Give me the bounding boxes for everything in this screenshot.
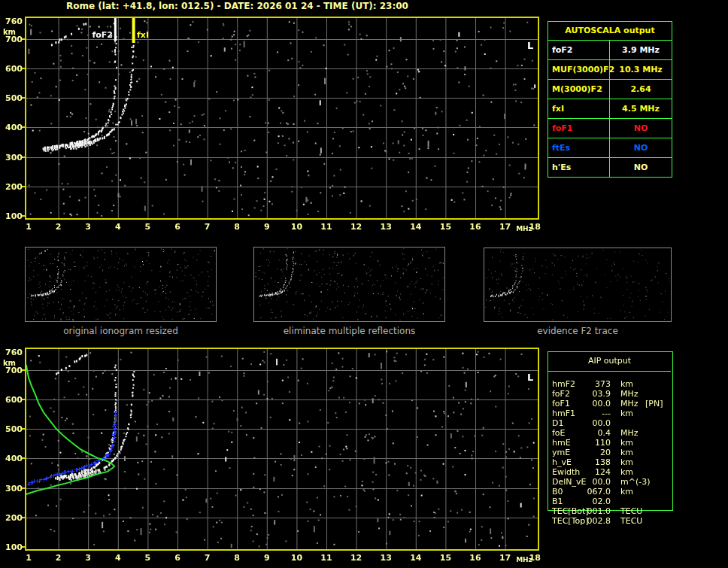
x-axis-tick-label: 6: [168, 222, 187, 232]
aip-value: 00.0: [566, 418, 611, 428]
aip-row-h_vE: h_vE138km: [548, 457, 672, 467]
x-axis-tick-label: 9: [258, 553, 276, 563]
x-axis-tick-label: 11: [317, 553, 335, 563]
aip-value: 00.0: [566, 477, 611, 487]
autoscala-row-h'Es: h'EsNO: [548, 158, 672, 177]
aip-unit: MHz: [620, 389, 639, 399]
x-axis-tick-label: 1: [20, 222, 38, 232]
autoscala-output-table: AUTOSCALA output foF23.9 MHzMUF(3000)F21…: [548, 21, 672, 178]
autoscala-row-foF1: foF1NO: [548, 119, 672, 138]
x-axis-tick-label: 6: [168, 553, 187, 563]
x-axis-tick-label: 3: [79, 553, 97, 563]
aip-label: foE: [552, 428, 566, 438]
aip-row-hmF2: hmF2373km: [548, 379, 672, 389]
autoscala-row-MUF(3000)F2: MUF(3000)F210.3 MHz: [548, 60, 672, 80]
autoscala-row-M(3000)F2: M(3000)F22.64: [548, 80, 672, 99]
autoscala-table-rows: foF23.9 MHzMUF(3000)F210.3 MHzM(3000)F22…: [548, 41, 672, 177]
autoscala-param-value: NO: [610, 119, 672, 138]
aip-value: 00.0: [566, 399, 611, 409]
autoscala-param-label: h'Es: [548, 158, 610, 177]
aip-unit: km: [620, 448, 633, 457]
autoscala-param-label: ftEs: [548, 138, 610, 157]
x-axis-tick-label: 7: [199, 553, 217, 563]
aip-value: 0.4: [566, 428, 611, 438]
x-axis-tick-label: 3: [79, 222, 97, 232]
autoscala-row-ftEs: ftEsNO: [548, 138, 672, 158]
y-axis-tick-label: 600: [0, 64, 23, 74]
foF2-marker-label: foF2: [89, 30, 113, 40]
x-axis-tick-label: 9: [258, 222, 276, 232]
aip-value: 124: [566, 467, 611, 477]
aip-unit: MHz: [620, 399, 639, 409]
autoscala-param-value: NO: [610, 158, 672, 177]
ionogram-flag-L-top: L: [527, 40, 533, 51]
x-axis-tick-label: 2: [50, 553, 68, 563]
y-axis-tick-label: 400: [0, 123, 23, 132]
x-axis-tick-label: 5: [138, 553, 156, 563]
x-axis-tick-label: 12: [347, 222, 366, 232]
x-axis-tick-label: 16: [466, 553, 484, 563]
aip-output-table: AIP output hmF2373kmfoF203.9MHzfoF100.0M…: [548, 351, 672, 526]
aip-row-foF1: foF100.0MHz[PN]: [548, 399, 672, 409]
aip-unit: km: [620, 409, 633, 418]
thumbnail-caption-evidence: evidence F2 trace: [484, 326, 672, 336]
x-axis-tick-label: 17: [496, 553, 514, 563]
aip-row-foF2: foF203.9MHz: [548, 389, 672, 399]
aip-row-Ewidth: Ewidth124km: [548, 467, 672, 477]
window-title: Rome (lat: +41.8, lon: 012.5) - DATE: 20…: [66, 1, 408, 11]
autoscala-param-value: 2.64: [610, 80, 672, 99]
y-axis-tick-label: 300: [0, 153, 23, 163]
autoscala-param-label: M(3000)F2: [548, 80, 610, 99]
y-axis-tick-label: 100: [0, 542, 23, 552]
aip-value: 373: [566, 379, 611, 389]
aip-unit: TECU: [620, 516, 642, 526]
aip-value: 001.0: [566, 506, 611, 516]
aip-label: B1: [552, 497, 563, 506]
y-axis-tick-label: 500: [0, 424, 23, 434]
autoscala-param-label: fxI: [548, 99, 610, 118]
y-axis-unit-label: km: [0, 359, 16, 367]
aip-row-hmF1: hmF1---km: [548, 409, 672, 418]
x-axis-tick-label: 8: [228, 553, 246, 563]
aip-value: 002.8: [566, 516, 611, 526]
x-axis-tick-label: 10: [287, 222, 305, 232]
aip-value: ---: [566, 409, 611, 418]
ionogram-flag-L-bottom: L: [527, 372, 533, 383]
x-axis-tick-label: 15: [436, 553, 454, 563]
y-axis-tick-label: 100: [0, 211, 23, 221]
thumbnail-eliminate-reflections: [253, 247, 445, 322]
x-axis-tick-label: 8: [228, 222, 246, 232]
aip-unit: km: [620, 457, 633, 467]
y-axis-tick-label: 400: [0, 454, 23, 463]
thumbnail-caption-original: original ionogram resized: [25, 326, 217, 336]
x-axis-tick-label: 11: [317, 222, 335, 232]
aip-unit: TECU: [620, 506, 642, 516]
x-axis-tick-label: 15: [436, 222, 454, 232]
aip-extra: [PN]: [645, 399, 663, 409]
y-axis-tick-label: 500: [0, 93, 23, 103]
aip-row-B1: B102.0: [548, 497, 672, 506]
autoscala-table-title: AUTOSCALA output: [548, 22, 672, 41]
autoscala-param-value: 4.5 MHz: [610, 99, 672, 118]
x-axis-tick-label: 14: [407, 553, 425, 563]
aip-unit: m^(-3): [620, 477, 650, 487]
y-axis-tick-label: 760: [0, 348, 23, 357]
y-axis-unit-label: km: [0, 28, 16, 36]
aip-unit: km: [620, 438, 633, 448]
autoscala-param-label: foF1: [548, 119, 610, 138]
x-axis-tick-label: 7: [199, 222, 217, 232]
aip-row-DelN_vE: DelN_vE00.0m^(-3): [548, 477, 672, 487]
aip-label: B0: [552, 487, 563, 497]
aip-value: 20: [566, 448, 611, 457]
x-axis-unit-label: MHz: [514, 225, 534, 232]
aip-row-ymE: ymE20km: [548, 448, 672, 457]
x-axis-tick-label: 4: [109, 222, 127, 232]
x-axis-tick-label: 16: [466, 222, 484, 232]
aip-value: 138: [566, 457, 611, 467]
aip-unit: MHz: [620, 428, 639, 438]
aip-unit: km: [620, 467, 633, 477]
autoscala-param-value: NO: [610, 138, 672, 157]
x-axis-unit-label: MHz: [514, 556, 534, 563]
aip-row-hmE: hmE110km: [548, 438, 672, 448]
autoscala-param-label: MUF(3000)F2: [548, 60, 610, 79]
